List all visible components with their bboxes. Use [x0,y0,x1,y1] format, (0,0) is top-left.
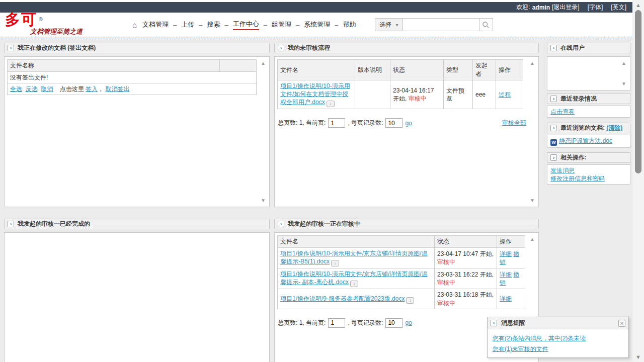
file-link[interactable]: 项目1/操作说明/9-服务器参考配置2023版.docx [280,295,405,302]
table-row: 项目1/操作说明/10-演示用文件/如何在文档管理中授权全部用户.docx↓ 2… [278,80,523,109]
scrollbar-thumb[interactable] [635,10,641,173]
nav-item-work-center[interactable]: 工作中心 [233,20,259,30]
word-doc-icon: W [550,139,557,146]
scroll-up-icon[interactable]: ▲ [621,60,626,66]
invert-select-link[interactable]: 反选 [26,85,38,93]
version-cell [355,80,390,109]
current-page-input[interactable] [328,318,345,328]
download-icon[interactable]: ↓ [331,260,339,266]
col-type: 类型 [444,60,473,80]
scroll-up-icon[interactable]: ▲ [261,60,266,66]
scroll-down-icon[interactable]: ▼ [530,198,535,203]
edit-profile-link[interactable]: 修改注册信息和密码 [550,175,605,182]
scroll-up-icon[interactable]: ▲ [530,60,535,66]
clear-link[interactable]: (清除) [606,124,622,131]
panel-expand-icon[interactable]: › [8,221,14,227]
cancel-link[interactable]: 取消 [41,85,53,93]
panel-title: 相关操作: [560,153,587,162]
logout-link[interactable]: [退出登录] [552,3,580,12]
main-area: › 我正在修改的文档 (签出文档) 文件名称 没有签出文件! 全选 反选 取消 [0,37,632,362]
registered-mark-icon: ® [39,17,42,22]
panel-online-users: › 在线用户 ▲ ▼ [547,43,630,90]
welcome-text: 欢迎: admin [退出登录] [516,3,579,12]
detail-link[interactable]: 详细 [500,250,512,257]
scroll-up-icon[interactable]: ▲ [530,236,535,242]
close-icon[interactable]: × [618,320,625,327]
select-all-link[interactable]: 全选 [10,85,22,93]
panel-expand-icon[interactable]: › [550,154,557,161]
panel-expand-icon[interactable]: › [8,45,14,51]
send-message-link[interactable]: 发送消息 [550,167,575,174]
download-icon[interactable]: ↓ [406,297,414,304]
review-all-link[interactable]: 审核全部 [502,119,526,127]
scroll-down-icon[interactable]: ▼ [621,81,626,86]
nav-item-search[interactable]: 搜索 [207,20,220,29]
panel-title: 最近浏览的文档: (清除) [560,124,622,132]
status-badge: 审核中 [409,95,427,102]
file-link[interactable]: 项目1/操作说明/10-演示用文件/京东店铺/详情页原图/温馨提示-B5(1).… [280,250,428,265]
unreviewed-files-link[interactable]: 您有(1)未审核的文件 [493,344,623,354]
col-file: 文件名 [278,236,435,248]
download-icon[interactable]: ↓ [350,281,358,287]
view-logins-link[interactable]: 点击查看 [550,108,575,115]
scroll-down-icon[interactable]: ▼ [261,198,266,203]
go-link[interactable]: go [405,319,412,326]
panel-title: 我发起的审核---已经完成的 [18,220,90,228]
pagination: 总页数: 1, 当前页: , 每页记录数: go 审核全部 [278,118,526,128]
detail-link[interactable]: 详细 [500,271,512,278]
process-link[interactable]: 过程 [499,91,511,98]
unread-messages-link[interactable]: 您有(2)条站内消息，其中(2)条未读 [493,333,623,344]
col-initiator: 发起者 [473,60,496,80]
col-action: 操作 [496,60,523,80]
status-badge: 审核中 [437,300,455,307]
table-row: 全选 反选 取消 点击这里 签入， 取消签出 [8,83,257,95]
search-button[interactable] [479,18,493,31]
current-page-input[interactable] [328,118,345,128]
col-status: 状态 [390,60,444,80]
table-row: 项目1/操作说明/10-演示用文件/京东店铺/详情页原图/温馨提示-B5(1).… [278,248,525,268]
header: 多可 ® 文档管理至简之道 ⌂ 文档管理 – 上传 – 搜索 – 工作中心 – … [0,13,632,37]
checked-out-table: 文件名称 没有签出文件! 全选 反选 取消 点击这里 签入， 取消签出 [7,59,257,95]
panel-expand-icon[interactable]: › [278,221,284,227]
nav-item-upload[interactable]: 上传 [181,20,194,29]
recent-doc-link[interactable]: 静态IP设置方法.doc [559,137,612,144]
col-version: 版本说明 [355,60,390,80]
panel-checked-out-docs: › 我正在修改的文档 (签出文档) 文件名称 没有签出文件! 全选 反选 取消 [4,43,270,207]
cancel-checkout-link[interactable]: 取消签出 [105,85,129,93]
panel-expand-icon[interactable]: › [550,45,557,51]
scroll-up-icon[interactable]: ▲ [632,2,644,8]
panel-expand-icon[interactable]: › [491,320,497,326]
col-empty [220,60,257,72]
nav-item-doc-management[interactable]: 文档管理 [142,20,169,29]
lang-link[interactable]: [英文] [611,3,626,12]
col-status: 状态 [435,236,497,248]
search-category-select[interactable]: 选择 ▾ [375,18,403,31]
checkin-link[interactable]: 签入 [86,85,98,93]
nav-item-group-management[interactable]: 组管理 [272,20,291,29]
nav-item-help[interactable]: 帮助 [343,20,356,29]
status-time: 23-03-31 16:22 开始, [437,271,494,278]
panel-initiated-completed: › 我发起的审核---已经完成的 [4,219,270,362]
font-link[interactable]: [字体] [588,3,603,12]
panel-title: 我发起的审核---正在审核中 [288,220,360,228]
per-page-input[interactable] [385,318,403,328]
page-scrollbar[interactable]: ▲ ▼ [632,0,644,362]
panel-expand-icon[interactable]: › [550,96,557,102]
nav-item-system-management[interactable]: 系统管理 [304,20,330,29]
logo-tagline: 文档管理至简之道 [30,27,108,36]
detail-link[interactable]: 详细 [500,295,512,302]
panel-my-pending-reviews: › 我的未审核流程 文件名 版本说明 状态 类型 发起者 操作 项目1/操作说明… [274,43,539,207]
message-reminder-popup: › 消息提醒 × 您有(2)条站内消息，其中(2)条未读 您有(1)未审核的文件 [487,317,629,358]
panel-expand-icon[interactable]: › [550,125,557,131]
panel-expand-icon[interactable]: › [278,45,284,51]
search-input[interactable] [403,18,479,31]
panel-title: 我的未审核流程 [288,44,330,52]
download-icon[interactable]: ↓ [327,101,335,107]
per-page-input[interactable] [385,118,403,128]
go-link[interactable]: go [405,120,412,127]
username: admin [532,4,550,11]
scroll-down-icon[interactable]: ▼ [632,354,644,360]
search-bar: 选择 ▾ [375,18,493,31]
file-link[interactable]: 项目1/操作说明/10-演示用文件/如何在文档管理中授权全部用户.docx [280,82,350,106]
home-icon: ⌂ [132,21,137,29]
